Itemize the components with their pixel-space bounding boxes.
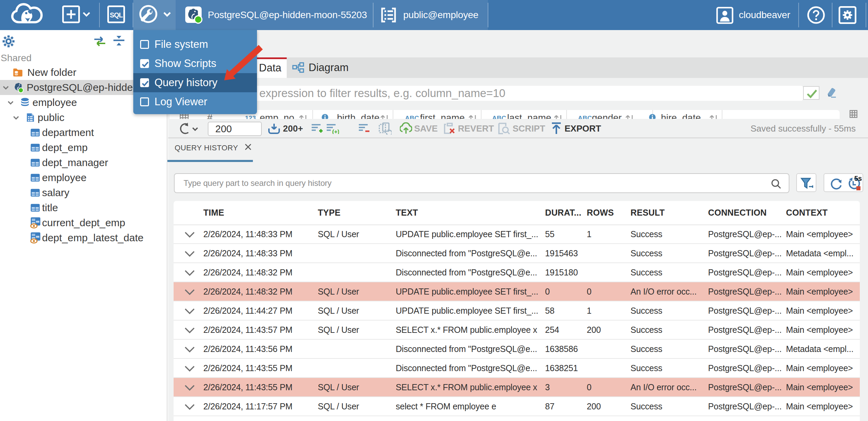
svg-text:(+): (+) bbox=[332, 128, 339, 134]
svg-text:SQL: SQL bbox=[110, 11, 123, 19]
